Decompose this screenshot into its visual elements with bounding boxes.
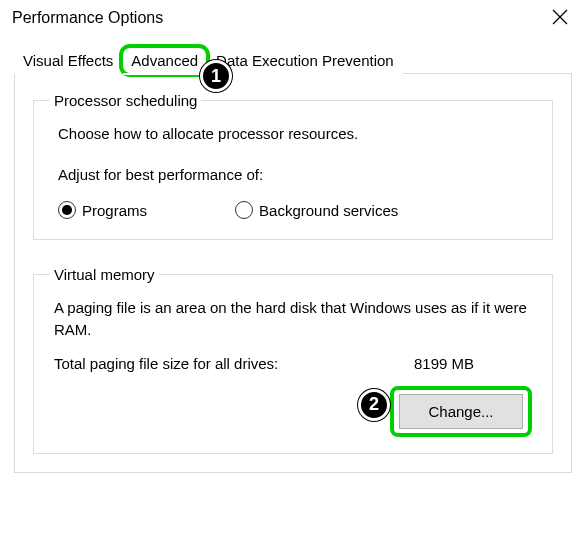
close-icon (552, 9, 568, 25)
tab-panel-advanced: Processor scheduling Choose how to alloc… (14, 74, 572, 473)
change-button[interactable]: Change... (399, 394, 523, 429)
tab-dep[interactable]: Data Execution Prevention (207, 47, 403, 74)
annotation-marker-2: 2 (358, 389, 390, 421)
close-button[interactable] (540, 6, 580, 30)
radio-background-services[interactable]: Background services (235, 201, 398, 219)
window-title: Performance Options (12, 9, 163, 27)
group-processor-scheduling: Processor scheduling Choose how to alloc… (33, 92, 553, 240)
processor-desc: Choose how to allocate processor resourc… (58, 125, 536, 142)
vm-total-value: 8199 MB (414, 355, 474, 372)
radio-dot-icon (235, 201, 253, 219)
group-legend-processor: Processor scheduling (50, 92, 201, 109)
group-legend-virtual-memory: Virtual memory (50, 266, 159, 283)
virtual-memory-desc: A paging file is an area on the hard dis… (54, 297, 536, 341)
tab-visual-effects[interactable]: Visual Effects (14, 47, 122, 74)
radio-programs-label: Programs (82, 202, 147, 219)
group-virtual-memory: Virtual memory A paging file is an area … (33, 266, 553, 454)
radio-dot-icon (58, 201, 76, 219)
highlight-change-button: Change... (390, 386, 532, 437)
vm-total-label: Total paging file size for all drives: (54, 355, 414, 372)
tabstrip: Visual Effects Advanced Data Execution P… (14, 42, 572, 74)
radio-programs[interactable]: Programs (58, 201, 147, 219)
tab-advanced[interactable]: Advanced (122, 47, 207, 74)
radio-background-label: Background services (259, 202, 398, 219)
processor-subhead: Adjust for best performance of: (58, 166, 536, 183)
annotation-marker-1: 1 (200, 60, 232, 92)
